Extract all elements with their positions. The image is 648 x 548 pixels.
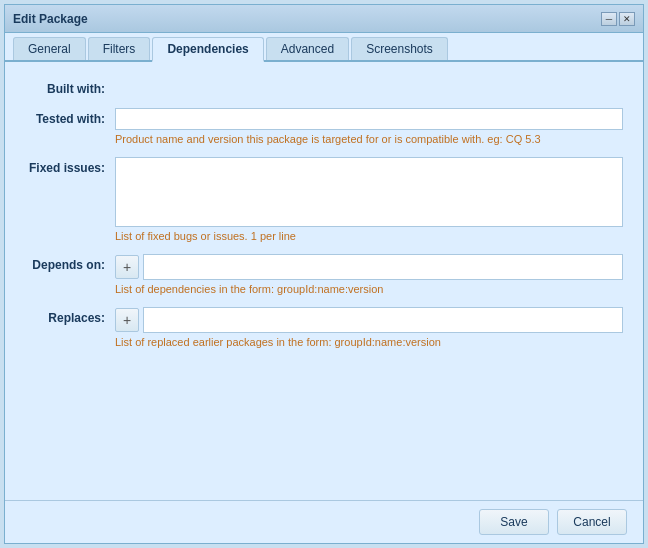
depends-on-hint: List of dependencies in the form: groupI… — [115, 283, 623, 295]
tested-with-row: Tested with: Product name and version th… — [25, 108, 623, 145]
replaces-row: Replaces: + List of replaced earlier pac… — [25, 307, 623, 348]
replaces-field: + List of replaced earlier packages in t… — [115, 307, 623, 348]
edit-package-dialog: Edit Package ─ ✕ General Filters Depende… — [4, 4, 644, 544]
fixed-issues-row: Fixed issues: List of fixed bugs or issu… — [25, 157, 623, 242]
window-controls: ─ ✕ — [601, 12, 635, 26]
dialog-title: Edit Package — [13, 12, 88, 26]
fixed-issues-input[interactable] — [115, 157, 623, 227]
replaces-input-row: + — [115, 307, 623, 333]
tab-screenshots[interactable]: Screenshots — [351, 37, 448, 60]
fixed-issues-field: List of fixed bugs or issues. 1 per line — [115, 157, 623, 242]
replaces-add-button[interactable]: + — [115, 308, 139, 332]
tested-with-field: Product name and version this package is… — [115, 108, 623, 145]
depends-on-label: Depends on: — [25, 254, 115, 272]
tab-content: Built with: Tested with: Product name an… — [5, 62, 643, 500]
cancel-button[interactable]: Cancel — [557, 509, 627, 535]
tab-dependencies[interactable]: Dependencies — [152, 37, 263, 62]
depends-on-add-button[interactable]: + — [115, 255, 139, 279]
replaces-hint: List of replaced earlier packages in the… — [115, 336, 623, 348]
fixed-issues-hint: List of fixed bugs or issues. 1 per line — [115, 230, 623, 242]
minimize-button[interactable]: ─ — [601, 12, 617, 26]
tab-filters[interactable]: Filters — [88, 37, 151, 60]
replaces-input[interactable] — [143, 307, 623, 333]
save-button[interactable]: Save — [479, 509, 549, 535]
tested-with-input[interactable] — [115, 108, 623, 130]
built-with-row: Built with: — [25, 78, 623, 96]
built-with-label: Built with: — [25, 78, 115, 96]
tab-general[interactable]: General — [13, 37, 86, 60]
tested-with-hint: Product name and version this package is… — [115, 133, 623, 145]
close-button[interactable]: ✕ — [619, 12, 635, 26]
depends-on-field: + List of dependencies in the form: grou… — [115, 254, 623, 295]
tested-with-label: Tested with: — [25, 108, 115, 126]
tabs-bar: General Filters Dependencies Advanced Sc… — [5, 33, 643, 62]
title-bar: Edit Package ─ ✕ — [5, 5, 643, 33]
depends-on-row: Depends on: + List of dependencies in th… — [25, 254, 623, 295]
depends-on-input-row: + — [115, 254, 623, 280]
depends-on-input[interactable] — [143, 254, 623, 280]
fixed-issues-label: Fixed issues: — [25, 157, 115, 175]
tab-advanced[interactable]: Advanced — [266, 37, 349, 60]
replaces-label: Replaces: — [25, 307, 115, 325]
dialog-footer: Save Cancel — [5, 500, 643, 543]
